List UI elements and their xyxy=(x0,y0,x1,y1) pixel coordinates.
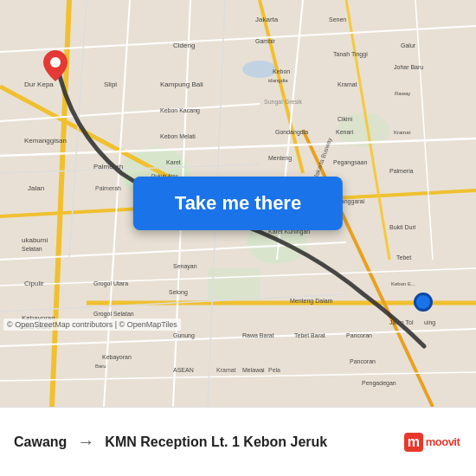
svg-text:Tanah Tinggi: Tanah Tinggi xyxy=(333,51,368,58)
svg-text:Gondangdia: Gondangdia xyxy=(275,129,308,136)
bottom-bar: Cawang → KMN Reception Lt. 1 Kebon Jeruk… xyxy=(0,407,476,476)
moovit-logo: m moovit xyxy=(402,429,462,455)
svg-point-90 xyxy=(50,57,61,68)
svg-rect-4 xyxy=(208,268,260,303)
svg-text:Senayan: Senayan xyxy=(173,263,197,270)
svg-text:Menteng: Menteng xyxy=(268,155,292,162)
svg-text:Raway: Raway xyxy=(395,91,410,96)
svg-text:Kebon E...: Kebon E... xyxy=(391,281,415,286)
svg-text:Menteng Dalam: Menteng Dalam xyxy=(290,298,333,305)
svg-text:Kramat: Kramat xyxy=(394,130,411,135)
svg-text:Palmerah: Palmerah xyxy=(93,163,123,170)
svg-text:Palmerah: Palmerah xyxy=(95,185,121,191)
svg-text:Slipi: Slipi xyxy=(104,80,117,88)
svg-text:Johar Baru: Johar Baru xyxy=(394,64,423,70)
destination-marker xyxy=(414,293,433,312)
svg-text:Kebayoran: Kebayoran xyxy=(102,354,132,361)
svg-text:Kenari: Kenari xyxy=(336,129,354,135)
svg-text:Rawa Barat: Rawa Barat xyxy=(242,332,274,338)
svg-text:Pengadegan: Pengadegan xyxy=(362,380,396,387)
origin-marker xyxy=(43,50,68,80)
map-container: Dur Kepa Kemanggisan Jalan ukabumi Selat… xyxy=(0,0,476,407)
svg-text:Kampung Bali: Kampung Bali xyxy=(160,80,203,88)
moovit-text: moovit xyxy=(426,435,460,448)
svg-text:Kramat: Kramat xyxy=(338,81,357,87)
destination-label: KMN Reception Lt. 1 Kebon Jeruk xyxy=(105,434,402,450)
svg-text:Pancoran: Pancoran xyxy=(346,332,372,338)
svg-text:uing: uing xyxy=(424,319,435,326)
svg-text:Kemanggisan: Kemanggisan xyxy=(24,137,67,145)
svg-text:Kebon Melati: Kebon Melati xyxy=(160,133,196,139)
svg-text:Palmeria: Palmeria xyxy=(389,168,414,174)
svg-text:Melawai: Melawai xyxy=(242,367,265,373)
moovit-m-letter: m xyxy=(404,433,423,452)
svg-text:Jalan Tol: Jalan Tol xyxy=(389,319,414,325)
svg-text:Selong: Selong xyxy=(169,289,188,296)
svg-text:Dur Kepa: Dur Kepa xyxy=(24,80,54,88)
svg-text:Kebon Kacang: Kebon Kacang xyxy=(160,107,200,114)
origin-label: Cawang xyxy=(14,434,67,450)
svg-text:Gambir: Gambir xyxy=(255,38,276,44)
take-me-there-button[interactable]: Take me there xyxy=(133,177,343,230)
svg-text:Kebon: Kebon xyxy=(273,68,290,74)
copyright-text: © OpenStreetMap contributors | © OpenMap… xyxy=(3,318,181,331)
svg-text:Selatan: Selatan xyxy=(22,246,42,252)
svg-text:Jakarta: Jakarta xyxy=(255,16,279,23)
svg-text:Pancoran: Pancoran xyxy=(350,358,376,364)
svg-text:Gunung: Gunung xyxy=(173,332,195,339)
svg-text:Cikini: Cikini xyxy=(338,116,353,122)
svg-text:Jalan: Jalan xyxy=(28,184,44,192)
svg-text:Tebet: Tebet xyxy=(396,254,411,261)
svg-text:Galur: Galur xyxy=(401,42,416,48)
svg-text:Bukit Duri: Bukit Duri xyxy=(389,224,416,230)
svg-text:ASEAN: ASEAN xyxy=(173,367,194,373)
svg-text:Sungai Gresik: Sungai Gresik xyxy=(264,99,302,106)
svg-text:ukabumi: ukabumi xyxy=(22,236,48,244)
svg-text:Cldeng: Cldeng xyxy=(173,42,195,49)
svg-text:Karet: Karet xyxy=(166,159,181,165)
svg-text:Pegangsaan: Pegangsaan xyxy=(333,159,367,166)
svg-text:Pela: Pela xyxy=(268,367,280,373)
svg-text:idangdia: idangdia xyxy=(268,78,288,83)
svg-text:Senen: Senen xyxy=(329,16,346,23)
arrow-icon: → xyxy=(77,432,94,452)
svg-text:Baru: Baru xyxy=(95,363,106,369)
svg-text:Tebet Barat: Tebet Barat xyxy=(294,332,325,338)
svg-point-5 xyxy=(242,61,277,78)
svg-text:Grogol Utara: Grogol Utara xyxy=(93,280,128,287)
svg-text:Cipulir: Cipulir xyxy=(24,280,44,287)
svg-text:Grogol Selatan: Grogol Selatan xyxy=(93,311,134,318)
svg-text:Kramat: Kramat xyxy=(216,367,236,373)
